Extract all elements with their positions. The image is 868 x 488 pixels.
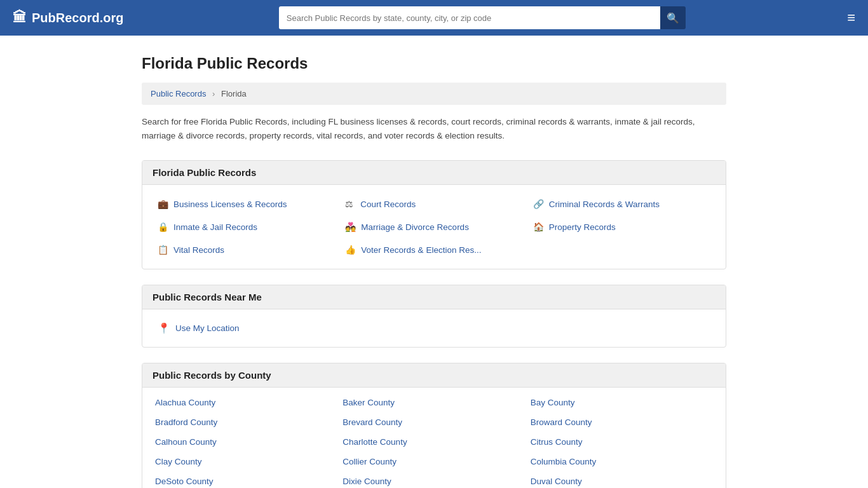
property-icon: 🏠 <box>533 222 544 232</box>
county-item[interactable]: Broward County <box>528 412 715 432</box>
record-vital-records[interactable]: 📋 Vital Records <box>153 238 340 261</box>
logo-text: PubRecord.org <box>32 11 123 25</box>
records-section-body: 💼 Business Licenses & Records ⚖ Court Re… <box>142 185 726 269</box>
county-item[interactable]: DeSoto County <box>153 471 340 488</box>
breadcrumb: Public Records › Florida <box>142 83 726 105</box>
main-content: Florida Public Records Public Records › … <box>129 36 739 488</box>
county-section-header: Public Records by County <box>142 363 726 388</box>
breadcrumb-home-link[interactable]: Public Records <box>151 89 206 98</box>
search-area: 🔍 <box>279 6 686 29</box>
record-label: Court Records <box>360 200 416 209</box>
county-item[interactable]: Brevard County <box>340 412 527 432</box>
county-item[interactable]: Clay County <box>153 452 340 471</box>
near-me-section: Public Records Near Me 📍 Use My Location <box>142 285 726 348</box>
record-label: Business Licenses & Records <box>173 200 287 209</box>
record-marriage-records[interactable]: 💑 Marriage & Divorce Records <box>340 215 527 238</box>
county-item[interactable]: Bay County <box>528 393 715 412</box>
records-section: Florida Public Records 💼 Business Licens… <box>142 160 726 269</box>
court-icon: ⚖ <box>345 199 355 209</box>
record-label: Voter Records & Election Res... <box>361 245 481 255</box>
record-court-records[interactable]: ⚖ Court Records <box>340 193 527 215</box>
record-criminal-records[interactable]: 🔗 Criminal Records & Warrants <box>528 193 715 215</box>
county-item[interactable]: Bradford County <box>153 412 340 432</box>
county-item[interactable]: Alachua County <box>153 393 340 412</box>
county-item[interactable]: Columbia County <box>528 452 715 471</box>
record-label: Vital Records <box>173 245 224 255</box>
county-item[interactable]: Collier County <box>340 452 527 471</box>
logo-link[interactable]: 🏛 PubRecord.org <box>13 10 123 26</box>
location-label: Use My Location <box>175 323 240 333</box>
business-icon: 💼 <box>158 199 168 209</box>
record-business-licenses[interactable]: 💼 Business Licenses & Records <box>153 193 340 215</box>
county-item[interactable]: Duval County <box>528 471 715 488</box>
breadcrumb-separator: › <box>212 89 215 98</box>
records-grid: 💼 Business Licenses & Records ⚖ Court Re… <box>153 193 715 261</box>
page-title: Florida Public Records <box>142 55 726 72</box>
search-button[interactable]: 🔍 <box>660 6 686 29</box>
record-inmate-records[interactable]: 🔒 Inmate & Jail Records <box>153 215 340 238</box>
location-icon: 📍 <box>158 322 170 334</box>
record-property-records[interactable]: 🏠 Property Records <box>528 215 715 238</box>
use-my-location-button[interactable]: 📍 Use My Location <box>153 317 715 339</box>
voter-icon: 👍 <box>345 245 356 255</box>
search-input[interactable] <box>279 6 660 29</box>
near-me-section-body: 📍 Use My Location <box>142 309 726 347</box>
county-item[interactable]: Calhoun County <box>153 432 340 452</box>
breadcrumb-current: Florida <box>221 89 247 98</box>
record-voter-records[interactable]: 👍 Voter Records & Election Res... <box>340 238 527 261</box>
county-item[interactable]: Charlotte County <box>340 432 527 452</box>
criminal-icon: 🔗 <box>533 199 544 209</box>
record-label: Property Records <box>549 222 616 232</box>
county-item[interactable]: Citrus County <box>528 432 715 452</box>
records-section-header: Florida Public Records <box>142 161 726 185</box>
near-me-section-header: Public Records Near Me <box>142 285 726 309</box>
header: 🏛 PubRecord.org 🔍 ≡ <box>0 0 868 36</box>
record-label: Criminal Records & Warrants <box>549 200 660 209</box>
search-icon: 🔍 <box>667 12 679 24</box>
county-item[interactable]: Dixie County <box>340 471 527 488</box>
inmate-icon: 🔒 <box>158 222 168 232</box>
county-item[interactable]: Baker County <box>340 393 527 412</box>
logo-icon: 🏛 <box>13 10 27 26</box>
county-grid: Alachua CountyBaker CountyBay CountyBrad… <box>142 388 726 488</box>
marriage-icon: 💑 <box>345 222 356 232</box>
menu-icon: ≡ <box>847 10 855 25</box>
page-description: Search for free Florida Public Records, … <box>142 115 726 142</box>
record-label: Inmate & Jail Records <box>173 222 257 232</box>
vital-icon: 📋 <box>158 245 168 255</box>
record-label: Marriage & Divorce Records <box>361 222 469 232</box>
county-section: Public Records by County Alachua CountyB… <box>142 363 726 488</box>
menu-button[interactable]: ≡ <box>847 10 855 26</box>
